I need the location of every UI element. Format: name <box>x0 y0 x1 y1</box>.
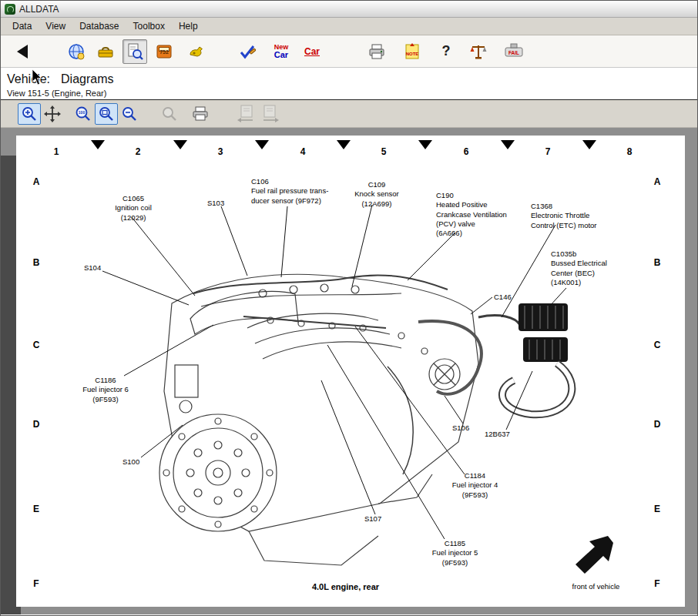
label-c190: C190 Heated Positive Crankcase Ventilati… <box>436 191 532 239</box>
measures-button[interactable] <box>466 39 491 64</box>
notes-editor-button[interactable] <box>235 39 260 64</box>
label-c146: C146 <box>494 293 525 302</box>
next-view-button[interactable] <box>258 103 281 125</box>
oil-can-icon <box>187 42 206 61</box>
mouse-cursor-icon <box>32 69 44 86</box>
previous-view-button[interactable] <box>235 103 258 125</box>
note-label: NOTE <box>406 52 419 56</box>
pan-button[interactable] <box>41 103 64 125</box>
new-car-label-bottom: Car <box>274 51 288 59</box>
toolbox-button[interactable] <box>93 39 118 64</box>
globe-icon <box>67 42 86 61</box>
previous-page-icon <box>237 105 257 123</box>
label-c1186: C1186 Fuel injector 6 (9F593) <box>67 376 144 404</box>
front-of-vehicle-arrow-icon <box>576 536 613 574</box>
page-title: Diagrams <box>61 72 113 85</box>
menu-data[interactable]: Data <box>5 18 39 34</box>
new-car-icon: New Car <box>274 44 289 59</box>
magnifier-disabled-icon <box>161 105 178 122</box>
menu-toolbox[interactable]: Toolbox <box>126 18 172 34</box>
print-diagram-button[interactable] <box>189 103 212 125</box>
search-diagrams-button[interactable] <box>122 39 147 64</box>
label-s104: S104 <box>84 263 115 273</box>
diagram-caption: 4.0L engine, rear <box>263 582 428 591</box>
view-info: View 151-5 (Engine, Rear) <box>7 89 691 98</box>
page-header: Vehicle:Diagrams View 151-5 (Engine, Rea… <box>1 68 697 99</box>
car-label: Car <box>304 47 320 56</box>
new-car-button[interactable]: New Car <box>269 39 294 64</box>
zoom-toolbar: 100 <box>1 100 697 128</box>
label-c109: C109 Knock sensor (12A699) <box>346 180 408 209</box>
help-button[interactable]: ? <box>434 39 458 64</box>
document-magnifier-icon <box>126 42 144 61</box>
back-button[interactable] <box>10 39 35 64</box>
zoom-in-button[interactable] <box>18 103 41 125</box>
print-button[interactable] <box>364 39 389 64</box>
titlebar: ALLDATA <box>1 1 697 18</box>
back-arrow-icon <box>17 45 28 59</box>
menu-help[interactable]: Help <box>172 18 205 34</box>
pass-fail-button[interactable]: FAIL <box>502 39 526 64</box>
calculator-button[interactable]: 752 <box>152 39 176 64</box>
tsb-note-button[interactable]: NOTE <box>400 39 425 64</box>
printer-icon <box>367 42 386 61</box>
label-s107: S107 <box>364 514 395 524</box>
scales-icon <box>469 42 488 61</box>
main-toolbar: 752 New Car Car <box>1 35 697 68</box>
diagram-viewport[interactable]: 1 2 3 4 5 6 7 8 A B C D E F A B <box>1 128 697 614</box>
toolbox-icon <box>96 42 115 61</box>
zoom-out-button[interactable] <box>118 103 141 125</box>
zoom-in-icon <box>21 105 38 122</box>
alldata-logo-icon <box>5 4 15 15</box>
zoom-100-icon: 100 <box>75 105 92 122</box>
label-s103: S103 <box>207 199 238 208</box>
label-s100: S100 <box>122 457 153 467</box>
label-c1368: C1368 Electronic Throttle Control (ETC) … <box>531 202 622 230</box>
zoom-100-button[interactable]: 100 <box>72 103 95 125</box>
label-c1185: C1185 Fuel injector 5 (9F593) <box>418 539 492 567</box>
menu-database[interactable]: Database <box>72 18 126 34</box>
front-of-vehicle-label: front of vehicle <box>548 582 644 591</box>
diagram-page[interactable]: 1 2 3 4 5 6 7 8 A B C D E F A B <box>16 136 685 607</box>
label-c1065: C1065 Ignition coil (12029) <box>87 194 180 223</box>
label-s106: S106 <box>452 424 483 433</box>
calculator-label: 752 <box>159 49 169 55</box>
pan-arrows-icon <box>44 105 61 122</box>
menu-view[interactable]: View <box>39 18 72 34</box>
zoom-window-icon <box>98 105 115 122</box>
zoom-select-button[interactable] <box>158 103 181 125</box>
car-icon: Car <box>304 47 320 56</box>
fluids-button[interactable] <box>184 39 209 64</box>
question-mark-icon: ? <box>442 43 451 59</box>
vehicle-select-button[interactable] <box>64 39 89 64</box>
svg-text:100: 100 <box>79 110 86 115</box>
menubar: Data View Database Toolbox Help <box>1 18 697 35</box>
label-c1184: C1184 Fuel injector 4 (9F593) <box>438 471 512 500</box>
zoom-out-icon <box>121 105 138 122</box>
zoom-window-button[interactable] <box>95 103 118 125</box>
label-12b637: 12B637 <box>485 430 527 439</box>
window-title: ALLDATA <box>19 4 59 15</box>
next-page-icon <box>260 105 280 123</box>
label-c1035b: C1035b Bussed Electrical Center (BEC) (1… <box>551 249 636 287</box>
fail-label: FAIL <box>508 50 519 55</box>
label-c106: C106 Fuel rail pressure trans- ducer sen… <box>251 177 347 206</box>
printer-small-icon <box>192 105 209 122</box>
car-button[interactable]: Car <box>300 39 324 64</box>
pencil-check-icon <box>238 42 257 61</box>
alldata-window: ALLDATA Data View Database Toolbox Help <box>0 0 698 616</box>
